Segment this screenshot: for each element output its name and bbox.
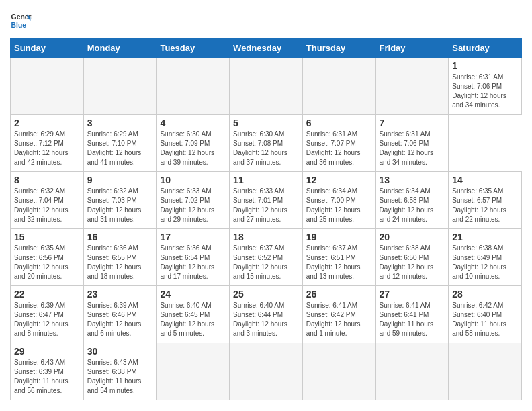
day-cell-3: 3Sunrise: 6:29 AMSunset: 7:10 PMDaylight… xyxy=(83,115,157,172)
day-number: 27 xyxy=(380,289,445,300)
col-header-thursday: Thursday xyxy=(302,39,375,58)
day-cell-18: 18Sunrise: 6:37 AMSunset: 6:52 PMDayligh… xyxy=(230,229,303,286)
day-info: Sunrise: 6:37 AMSunset: 6:51 PMDaylight:… xyxy=(306,244,372,281)
day-cell-17: 17Sunrise: 6:36 AMSunset: 6:54 PMDayligh… xyxy=(157,229,230,286)
day-number: 20 xyxy=(380,232,445,242)
day-info: Sunrise: 6:35 AMSunset: 6:57 PMDaylight:… xyxy=(452,187,518,224)
day-number: 23 xyxy=(87,289,153,300)
col-header-monday: Monday xyxy=(83,39,157,58)
day-info: Sunrise: 6:31 AMSunset: 7:06 PMDaylight:… xyxy=(380,130,445,167)
logo: General Blue xyxy=(10,10,32,32)
day-info: Sunrise: 6:32 AMSunset: 7:03 PMDaylight:… xyxy=(87,187,153,224)
day-info: Sunrise: 6:38 AMSunset: 6:50 PMDaylight:… xyxy=(380,244,445,281)
day-info: Sunrise: 6:43 AMSunset: 6:39 PMDaylight:… xyxy=(14,358,80,396)
day-cell-19: 19Sunrise: 6:37 AMSunset: 6:51 PMDayligh… xyxy=(302,229,375,286)
day-cell-27: 27Sunrise: 6:41 AMSunset: 6:41 PMDayligh… xyxy=(375,286,449,343)
day-info: Sunrise: 6:31 AMSunset: 7:06 PMDaylight:… xyxy=(452,73,518,110)
day-cell-12: 12Sunrise: 6:34 AMSunset: 7:00 PMDayligh… xyxy=(302,172,375,229)
day-info: Sunrise: 6:33 AMSunset: 7:02 PMDaylight:… xyxy=(160,187,226,224)
day-number: 29 xyxy=(14,346,80,357)
col-header-tuesday: Tuesday xyxy=(157,39,230,58)
day-number: 12 xyxy=(306,175,372,185)
day-cell-29: 29Sunrise: 6:43 AMSunset: 6:39 PMDayligh… xyxy=(11,343,84,400)
day-cell-23: 23Sunrise: 6:39 AMSunset: 6:46 PMDayligh… xyxy=(83,286,157,343)
day-number: 8 xyxy=(14,175,80,185)
day-cell-26: 26Sunrise: 6:41 AMSunset: 6:42 PMDayligh… xyxy=(302,286,375,343)
day-info: Sunrise: 6:41 AMSunset: 6:42 PMDaylight:… xyxy=(306,301,372,338)
day-number: 30 xyxy=(87,346,153,357)
empty-cell xyxy=(157,58,230,115)
day-number: 24 xyxy=(160,289,226,300)
day-cell-5: 5Sunrise: 6:30 AMSunset: 7:08 PMDaylight… xyxy=(230,115,303,172)
day-cell-14: 14Sunrise: 6:35 AMSunset: 6:57 PMDayligh… xyxy=(449,172,522,229)
day-info: Sunrise: 6:33 AMSunset: 7:01 PMDaylight:… xyxy=(233,187,299,224)
day-info: Sunrise: 6:32 AMSunset: 7:04 PMDaylight:… xyxy=(14,187,80,224)
day-number: 19 xyxy=(306,232,372,242)
calendar-week-2: 2Sunrise: 6:29 AMSunset: 7:12 PMDaylight… xyxy=(11,115,522,172)
day-info: Sunrise: 6:30 AMSunset: 7:09 PMDaylight:… xyxy=(160,130,226,167)
day-info: Sunrise: 6:40 AMSunset: 6:44 PMDaylight:… xyxy=(233,301,299,338)
empty-cell xyxy=(302,343,375,400)
day-number: 25 xyxy=(233,289,299,300)
empty-cell xyxy=(83,58,157,115)
day-cell-13: 13Sunrise: 6:34 AMSunset: 6:58 PMDayligh… xyxy=(375,172,449,229)
day-cell-15: 15Sunrise: 6:35 AMSunset: 6:56 PMDayligh… xyxy=(11,229,84,286)
day-cell-25: 25Sunrise: 6:40 AMSunset: 6:44 PMDayligh… xyxy=(230,286,303,343)
calendar-week-1: 1Sunrise: 6:31 AMSunset: 7:06 PMDaylight… xyxy=(11,58,522,115)
day-cell-7: 7Sunrise: 6:31 AMSunset: 7:06 PMDaylight… xyxy=(375,115,449,172)
day-info: Sunrise: 6:38 AMSunset: 6:49 PMDaylight:… xyxy=(452,244,518,281)
day-cell-2: 2Sunrise: 6:29 AMSunset: 7:12 PMDaylight… xyxy=(11,115,84,172)
day-info: Sunrise: 6:36 AMSunset: 6:55 PMDaylight:… xyxy=(87,244,153,281)
empty-cell xyxy=(157,343,230,400)
day-info: Sunrise: 6:39 AMSunset: 6:46 PMDaylight:… xyxy=(87,301,153,338)
day-number: 14 xyxy=(452,175,518,185)
day-cell-24: 24Sunrise: 6:40 AMSunset: 6:45 PMDayligh… xyxy=(157,286,230,343)
day-info: Sunrise: 6:41 AMSunset: 6:41 PMDaylight:… xyxy=(380,301,445,338)
empty-cell xyxy=(375,58,449,115)
day-cell-9: 9Sunrise: 6:32 AMSunset: 7:03 PMDaylight… xyxy=(83,172,157,229)
day-info: Sunrise: 6:29 AMSunset: 7:10 PMDaylight:… xyxy=(87,130,153,167)
empty-cell xyxy=(230,58,303,115)
logo-icon: General Blue xyxy=(10,10,32,32)
day-info: Sunrise: 6:31 AMSunset: 7:07 PMDaylight:… xyxy=(306,130,372,167)
day-number: 11 xyxy=(233,175,299,185)
day-cell-20: 20Sunrise: 6:38 AMSunset: 6:50 PMDayligh… xyxy=(375,229,449,286)
col-header-saturday: Saturday xyxy=(449,39,522,58)
day-number: 3 xyxy=(87,118,153,128)
day-cell-8: 8Sunrise: 6:32 AMSunset: 7:04 PMDaylight… xyxy=(11,172,84,229)
calendar-week-4: 15Sunrise: 6:35 AMSunset: 6:56 PMDayligh… xyxy=(11,229,522,286)
day-info: Sunrise: 6:34 AMSunset: 6:58 PMDaylight:… xyxy=(380,187,445,224)
day-cell-22: 22Sunrise: 6:39 AMSunset: 6:47 PMDayligh… xyxy=(11,286,84,343)
day-number: 22 xyxy=(14,289,80,300)
day-cell-28: 28Sunrise: 6:42 AMSunset: 6:40 PMDayligh… xyxy=(449,286,522,343)
calendar-week-5: 22Sunrise: 6:39 AMSunset: 6:47 PMDayligh… xyxy=(11,286,522,343)
col-header-friday: Friday xyxy=(375,39,449,58)
day-number: 26 xyxy=(306,289,372,300)
col-header-wednesday: Wednesday xyxy=(230,39,303,58)
day-number: 1 xyxy=(452,60,518,71)
day-info: Sunrise: 6:39 AMSunset: 6:47 PMDaylight:… xyxy=(14,301,80,338)
day-cell-1: 1Sunrise: 6:31 AMSunset: 7:06 PMDaylight… xyxy=(449,58,522,115)
empty-cell xyxy=(375,343,449,400)
empty-cell xyxy=(449,343,522,400)
day-cell-21: 21Sunrise: 6:38 AMSunset: 6:49 PMDayligh… xyxy=(449,229,522,286)
day-info: Sunrise: 6:40 AMSunset: 6:45 PMDaylight:… xyxy=(160,301,226,338)
calendar-table: SundayMondayTuesdayWednesdayThursdayFrid… xyxy=(10,38,522,400)
col-header-sunday: Sunday xyxy=(11,39,84,58)
day-cell-10: 10Sunrise: 6:33 AMSunset: 7:02 PMDayligh… xyxy=(157,172,230,229)
day-cell-6: 6Sunrise: 6:31 AMSunset: 7:07 PMDaylight… xyxy=(302,115,375,172)
day-number: 5 xyxy=(233,118,299,128)
day-cell-4: 4Sunrise: 6:30 AMSunset: 7:09 PMDaylight… xyxy=(157,115,230,172)
day-info: Sunrise: 6:30 AMSunset: 7:08 PMDaylight:… xyxy=(233,130,299,167)
day-number: 9 xyxy=(87,175,153,185)
day-info: Sunrise: 6:37 AMSunset: 6:52 PMDaylight:… xyxy=(233,244,299,281)
day-number: 17 xyxy=(160,232,226,242)
day-number: 16 xyxy=(87,232,153,242)
day-info: Sunrise: 6:35 AMSunset: 6:56 PMDaylight:… xyxy=(14,244,80,281)
day-info: Sunrise: 6:34 AMSunset: 7:00 PMDaylight:… xyxy=(306,187,372,224)
day-number: 10 xyxy=(160,175,226,185)
header-row: SundayMondayTuesdayWednesdayThursdayFrid… xyxy=(11,39,522,58)
empty-cell xyxy=(230,343,303,400)
svg-text:Blue: Blue xyxy=(11,21,27,29)
empty-cell xyxy=(11,58,84,115)
